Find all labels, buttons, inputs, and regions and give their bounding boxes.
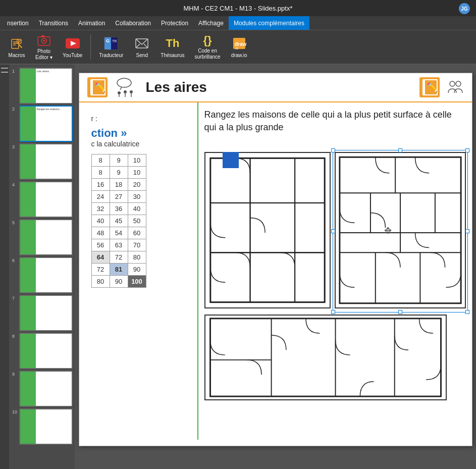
macros-label: Macros [9,53,25,59]
menu-collaboration[interactable]: Collaboration [110,16,156,30]
left-label-r: r : [91,115,185,123]
toolbar: Macros PhotoEditor ▾ YouTube [0,30,476,65]
handle-mr[interactable] [465,229,469,233]
svg-text:TR: TR [112,39,117,43]
svg-rect-33 [210,159,324,302]
send-label: Send [136,53,148,59]
slide-header: ✏️ [79,73,472,102]
menu-animation[interactable]: Animation [73,16,110,30]
svg-line-24 [120,87,122,90]
menu-modules[interactable]: Modules complémentaires [229,16,309,30]
menu-affichage[interactable]: Affichage [193,16,229,30]
blue-selector-square[interactable] [223,152,239,168]
slide-thumb-7[interactable] [19,295,73,331]
slide-thumb-9[interactable] [19,371,73,407]
houses-layout: ✥ [204,152,466,402]
svg-rect-39 [250,203,295,252]
slide-left-panel: r : ction » c la calculatrice 8910891016… [79,102,198,440]
send-button[interactable]: Send [129,32,154,62]
slide-question: Rangez les maisons de celle qui a la plu… [204,109,466,134]
handle-bl[interactable] [331,310,335,314]
youtube-icon [65,35,81,51]
drawio-label: draw.io [231,53,247,59]
table-cell: 10 [128,154,146,167]
table-cell: 63 [110,239,128,251]
table-cell: 45 [110,215,128,227]
svg-line-18 [136,44,140,48]
table-cell: 90 [128,264,146,276]
drawio-button[interactable]: draw .io draw.io [227,32,252,62]
thesaurus-button[interactable]: Th Thésaurus [156,32,188,62]
handle-tr[interactable] [465,148,469,152]
table-cell: 100 [128,276,146,288]
house-plan-1[interactable] [204,152,331,308]
youtube-button[interactable]: YouTube [59,32,86,62]
table-cell: 60 [128,227,146,239]
table-cell: 56 [91,239,110,251]
window-title: MHM - CE2 CM1 - M13 - Slides.pptx* [184,5,293,12]
slide-left-content: r : ction » c la calculatrice 8910891016… [85,109,191,294]
handle-bc[interactable] [398,310,402,314]
slide-thumb-5[interactable] [19,219,73,255]
table-cell: 40 [128,203,146,215]
slide-thumb-10[interactable] [19,408,73,445]
notebook-left-icon: ✏️ [87,77,108,97]
house-plan-3[interactable] [204,315,447,400]
svg-point-25 [118,91,121,94]
svg-rect-40 [295,203,325,252]
notebook-right-icon: ✏️ [419,77,440,97]
svg-rect-43 [250,253,295,302]
svg-rect-44 [295,253,325,302]
handle-br[interactable] [465,310,469,314]
menu-protection[interactable]: Protection [156,16,193,30]
slide-thumb-2[interactable]: Rangez les maisons... [19,106,73,142]
house-1-container [204,152,331,310]
code-button[interactable]: {} Code ensurbrillance [191,32,225,62]
multiplication-table: 8910891016182024273032364040455048546056… [91,154,146,288]
macros-button[interactable]: Macros [4,32,29,62]
main-area: 1 Les aires 2 Rangez les maisons... [0,65,476,469]
table-cell: 27 [110,191,128,203]
traducteur-button[interactable]: G TR Traducteur [95,32,127,62]
sidebar [0,65,9,469]
drawio-icon: draw .io [231,35,247,51]
menu-insertion[interactable]: nsertion [2,16,34,30]
svg-line-19 [144,44,148,48]
table-cell: 50 [128,215,146,227]
svg-text:G: G [106,38,110,43]
table-cell: 48 [91,227,110,239]
table-cell: 9 [110,154,128,167]
svg-rect-36 [295,159,325,203]
table-cell: 10 [128,167,146,179]
table-cell: 20 [128,179,146,191]
photo-editor-button[interactable]: PhotoEditor ▾ [31,32,57,62]
slide-thumb-8[interactable] [19,333,73,369]
slide-thumb-4[interactable] [19,181,73,218]
menu-transitions[interactable]: Transitions [34,16,73,30]
houses-row-2 [204,315,466,402]
slide-thumb-6[interactable] [19,257,73,293]
table-cell: 9 [110,167,128,179]
photo-editor-label: PhotoEditor ▾ [35,48,52,61]
toolbar-separator-1 [90,34,91,60]
macros-icon [9,35,25,51]
instruction-bold: ction » [91,127,185,140]
table-cell: 40 [91,215,110,227]
svg-point-32 [456,81,461,86]
thumbnails-panel: 1 Les aires 2 Rangez les maisons... [9,65,75,469]
youtube-label: YouTube [63,53,82,59]
house-plan-2[interactable] [335,152,466,308]
slide-thumb-3[interactable] [19,143,73,180]
table-cell: 80 [91,276,110,288]
code-icon: {} [199,34,216,47]
svg-point-27 [124,90,127,93]
content-area: ✏️ [75,65,476,469]
table-cell: 90 [110,276,128,288]
title-bar: MHM - CE2 CM1 - M13 - Slides.pptx* JG [0,0,476,16]
table-cell: 72 [110,251,128,264]
table-cell: 24 [91,191,110,203]
user-avatar: JG [459,3,470,14]
table-cell: 64 [91,251,110,264]
traducteur-label: Traducteur [99,53,123,59]
slide-thumb-1[interactable]: Les aires [19,68,73,104]
